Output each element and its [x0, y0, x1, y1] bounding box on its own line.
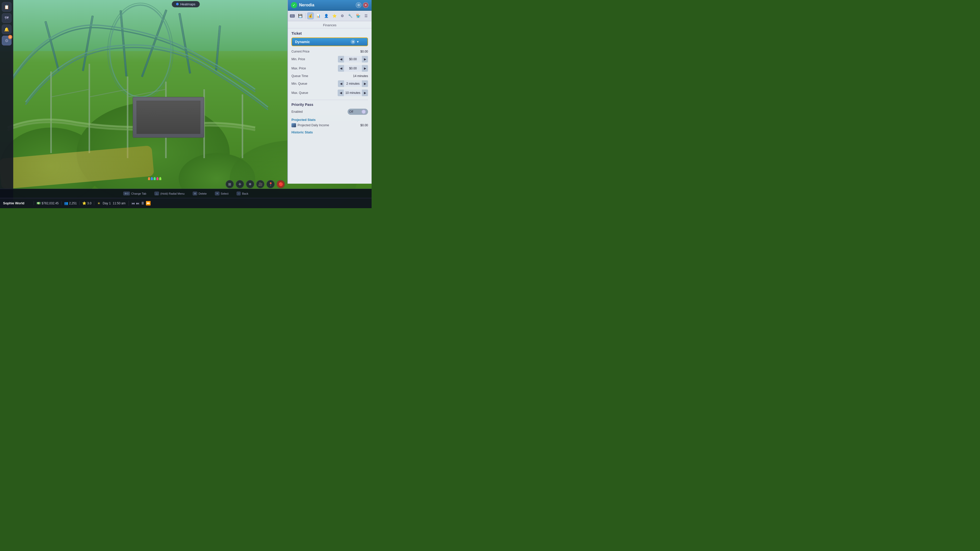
max-queue-value: 10 minutes	[344, 91, 362, 95]
max-price-label: Max. Price	[291, 67, 338, 70]
max-queue-stepper[interactable]: ◀ 10 minutes ▶	[338, 89, 368, 96]
grid-button[interactable]: ⊞	[226, 180, 234, 188]
panel-close-button[interactable]: ✕	[363, 2, 369, 8]
settings-badge: 1	[8, 35, 12, 39]
change-tab-key: ⊕⊙	[123, 192, 130, 195]
move-button[interactable]: ✛	[236, 180, 244, 188]
historic-stats-title[interactable]: Historic Stats	[291, 130, 368, 134]
sidebar-item-settings[interactable]: ⚙ 1	[2, 36, 11, 45]
toggle-value: Off	[349, 110, 353, 114]
action-delete: ⊕ Delete	[192, 192, 207, 195]
min-price-decrease-button[interactable]: ◀	[338, 56, 344, 62]
min-price-increase-button[interactable]: ▶	[362, 56, 368, 62]
action-select: ✕ Select	[215, 192, 229, 195]
projected-stats-title: Projected Stats	[291, 118, 368, 122]
min-price-row: Min. Price ◀ $0.00 ▶	[291, 56, 368, 62]
select-key: ✕	[215, 192, 220, 195]
guests-icon: 👥	[64, 201, 68, 205]
record-button[interactable]: 🔴	[277, 180, 285, 188]
money-icon: 💵	[37, 201, 41, 205]
freeze-button[interactable]: ❄	[246, 180, 254, 188]
current-price-value: $0.00	[360, 50, 368, 53]
rating-icon: ⭐	[82, 201, 86, 205]
max-price-row: Max. Price ◀ $0.00 ▶	[291, 65, 368, 72]
projected-income-label: Projected Daily Income	[291, 123, 329, 127]
max-queue-label: Max. Queue	[291, 91, 338, 95]
mini-controls: ⊞ ✛ ❄ 🎥 📍 🔴	[226, 180, 285, 188]
min-price-stepper[interactable]: ◀ $0.00 ▶	[338, 56, 368, 62]
panel-header: ✓ Nerodia ⚙ ✕	[288, 0, 372, 11]
max-queue-increase-button[interactable]: ▶	[362, 89, 368, 96]
heatmaps-button[interactable]: Heatmaps	[172, 1, 200, 7]
toolbar-gear-button[interactable]: ⚙	[339, 12, 346, 19]
toolbar-star-button[interactable]: ⭐	[331, 12, 338, 19]
heatmaps-dot	[176, 3, 179, 5]
ticket-section-label: Ticket	[291, 32, 368, 35]
enabled-toggle-row: Enabled Off	[291, 109, 368, 115]
panel-title-row: ✓ Nerodia	[291, 2, 314, 8]
right-panel: ✓ Nerodia ⚙ ✕ 01 💾 💰 📊 👤 ⭐ ⚙ 🔧 🏪 ☰ Finan…	[287, 0, 372, 184]
svg-line-8	[51, 89, 89, 97]
panel-number-badge: 01	[290, 14, 295, 17]
guests-value: 2,251	[69, 202, 77, 205]
rewind-button[interactable]: ⏮	[131, 201, 135, 205]
rating-stat: ⭐ 3.0	[80, 201, 94, 205]
dropdown-arrow-icon: ▼	[356, 40, 360, 44]
min-queue-row: Min. Queue ◀ 2 minutes ▶	[291, 80, 368, 87]
dropdown-clear-icon[interactable]: ✕	[351, 40, 355, 44]
toolbar-wrench-button[interactable]: 🔧	[347, 12, 354, 19]
left-sidebar: 📋 🗺 🔔 ⚙ 1	[0, 0, 13, 208]
playback-controls: ⏮ ⏭ ⏸ ⏩	[129, 201, 153, 206]
back-key: ○	[237, 192, 241, 195]
action-back: ○ Back	[237, 192, 248, 195]
toolbar-separator	[305, 13, 305, 19]
toolbar-shop-button[interactable]: 🏪	[355, 12, 362, 19]
ticket-type-dropdown[interactable]: Dynamic ✕ ▼	[291, 38, 368, 46]
queue-time-value: 14 minutes	[353, 74, 368, 78]
panel-settings-button[interactable]: ⚙	[356, 2, 361, 8]
pause-button[interactable]: ⏸	[141, 201, 145, 206]
camera-button[interactable]: 🎥	[256, 180, 264, 188]
heatmaps-label: Heatmaps	[180, 2, 195, 6]
toolbar-save-button[interactable]: 💾	[297, 12, 304, 19]
sidebar-item-notifications[interactable]: 🔔	[2, 24, 11, 34]
enabled-label: Enabled	[291, 110, 303, 114]
max-price-value: $0.00	[344, 67, 362, 70]
min-queue-decrease-button[interactable]: ◀	[338, 80, 344, 87]
max-price-stepper[interactable]: ◀ $0.00 ▶	[338, 65, 368, 72]
max-price-increase-button[interactable]: ▶	[362, 65, 368, 72]
park-name: Sophie World	[3, 201, 34, 205]
min-queue-value: 2 minutes	[344, 82, 362, 86]
panel-content: Ticket Dynamic ✕ ▼ Current Price $0.00 M…	[288, 28, 372, 184]
panel-title: Nerodia	[299, 3, 314, 7]
day-value: Day 1	[103, 202, 110, 205]
location-button[interactable]: 📍	[266, 180, 275, 188]
max-queue-decrease-button[interactable]: ◀	[338, 89, 344, 96]
money-value: $782,032.45	[41, 202, 59, 205]
max-price-decrease-button[interactable]: ◀	[338, 65, 344, 72]
toggle-knob	[361, 110, 366, 114]
priority-pass-toggle[interactable]: Off	[348, 109, 368, 115]
fast-forward-button[interactable]: ⏭	[136, 201, 140, 205]
toolbar-chart-button[interactable]: 📊	[315, 12, 322, 19]
toolbar-person-button[interactable]: 👤	[323, 12, 330, 19]
action-radial-menu: △ (Hold) Radial Menu	[154, 192, 185, 195]
stats-icon	[291, 123, 296, 127]
sidebar-item-map[interactable]: 🗺	[2, 13, 11, 23]
min-queue-increase-button[interactable]: ▶	[362, 80, 368, 87]
dropdown-select[interactable]: Dynamic ✕ ▼	[291, 38, 368, 46]
toolbar-money-button[interactable]: 💰	[307, 12, 314, 19]
delete-label: Delete	[199, 192, 207, 195]
time-section: ☀ Day 1 11:50 am	[94, 201, 128, 205]
min-price-value: $0.00	[344, 57, 362, 61]
rating-value: 3.0	[87, 202, 92, 205]
projected-income-row: Projected Daily Income $0.00	[291, 123, 368, 127]
svg-line-9	[89, 89, 127, 97]
sidebar-item-overview[interactable]: 📋	[2, 2, 11, 12]
bottom-bar: Sophie World 💵 $782,032.45 👥 2,251 ⭐ 3.0…	[0, 198, 372, 208]
toolbar-list-button[interactable]: ☰	[363, 12, 369, 19]
min-queue-stepper[interactable]: ◀ 2 minutes ▶	[338, 80, 368, 87]
money-stat: 💵 $782,032.45	[34, 201, 61, 205]
play-fast-button[interactable]: ⏩	[146, 201, 151, 206]
min-price-label: Min. Price	[291, 57, 338, 61]
